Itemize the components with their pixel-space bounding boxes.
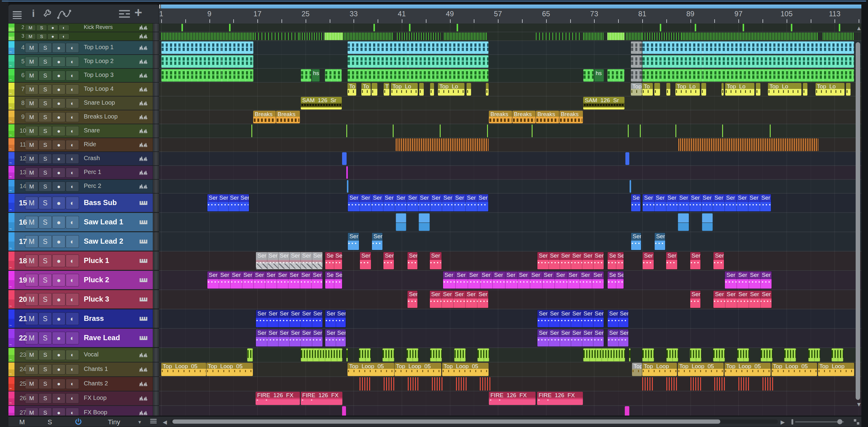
clip-midi[interactable]: Ser (690, 252, 701, 270)
clip-kick[interactable] (681, 33, 818, 40)
track-monitor-button[interactable]: ◐ (66, 70, 79, 81)
track-mute-button[interactable]: M (25, 379, 38, 389)
clip-yellow[interactable]: Top_Lo (438, 83, 465, 96)
clip-snaretick[interactable] (532, 125, 534, 137)
zoom-slider[interactable] (795, 421, 844, 423)
clip-ride[interactable] (396, 139, 489, 151)
clip-chant1[interactable]: Top_Loop_05_ (161, 363, 206, 376)
clip-chant2[interactable] (714, 377, 726, 391)
clip-midi[interactable]: SerSerSerSerSerSer (255, 310, 322, 328)
clip-tick[interactable] (229, 24, 230, 31)
track-mute-button[interactable]: M (25, 43, 38, 53)
track-mute-button[interactable]: M (25, 216, 38, 228)
scroll-up-arrow[interactable]: ▲ (856, 25, 862, 32)
list-icon[interactable] (150, 418, 157, 424)
track-solo-button[interactable]: S (38, 43, 52, 53)
clip-snaretick[interactable] (251, 125, 253, 137)
clip-kick[interactable] (626, 33, 642, 40)
track-record-button[interactable]: ● (52, 43, 65, 53)
clip-tick[interactable] (791, 24, 792, 31)
clip-sam[interactable]: SAM_126_Sr (583, 97, 624, 110)
clip-midi[interactable]: Ser (360, 252, 371, 270)
clip-crash[interactable] (625, 152, 629, 165)
clip-midi[interactable]: Ser (690, 291, 701, 308)
track-mute-button[interactable]: M (25, 254, 38, 267)
clip-yellow[interactable] (467, 83, 471, 96)
track-solo-button[interactable]: S (38, 167, 52, 178)
clip-kick[interactable] (607, 33, 624, 40)
track-solo-button[interactable]: S (38, 408, 52, 416)
clip-vocal[interactable] (808, 348, 820, 362)
clip-kick[interactable] (161, 33, 254, 40)
track-mute-button[interactable]: M (25, 196, 38, 209)
clip-chant1[interactable]: Top (632, 363, 642, 376)
clip-chant1[interactable]: Top_Loop_05_ (724, 363, 771, 376)
track-mute-button[interactable]: M (25, 293, 38, 306)
track-mute-button[interactable]: M (25, 182, 38, 191)
clip-thin14[interactable] (629, 180, 631, 193)
track-mute-button[interactable]: M (25, 350, 38, 360)
clip-midi[interactable]: SerSerSerSerSerSerSerSerSerSerSerSer (347, 194, 489, 212)
clip-tick[interactable] (743, 24, 744, 31)
track-monitor-button[interactable]: ◐ (66, 154, 79, 164)
track-header-perc-1[interactable]: ~13MS●◐Perc 1 (8, 166, 159, 179)
hscroll-right-arrow[interactable]: ▶ (781, 419, 785, 426)
track-monitor-button[interactable]: ◐ (59, 33, 69, 39)
clip-tick[interactable] (660, 24, 661, 31)
track-record-button[interactable]: ● (52, 293, 65, 306)
clip-chant2[interactable] (690, 377, 702, 391)
clip-yellow[interactable]: Top_Lo (725, 83, 754, 96)
clip-yellow[interactable] (486, 83, 489, 96)
clip-midi[interactable]: SerSerSerSerSerSerSerSerSerSer (207, 271, 323, 289)
clip-chant2[interactable] (456, 377, 468, 391)
global-solo-button[interactable]: S (48, 418, 52, 426)
track-monitor-button[interactable]: ◐ (66, 182, 79, 191)
clip-snaretick[interactable] (675, 125, 678, 137)
clip-kick[interactable] (324, 33, 343, 40)
clip-vocal[interactable] (761, 348, 772, 362)
clip-yellow[interactable] (803, 83, 807, 96)
track-record-button[interactable]: ● (52, 154, 65, 164)
menu-icon[interactable] (13, 10, 22, 20)
clip-vocal[interactable] (690, 348, 702, 362)
clip-midi[interactable]: SerSerSerSerSerSer (255, 252, 322, 270)
zoom-out-handle[interactable] (792, 419, 793, 425)
clip-loop3[interactable] (642, 69, 854, 82)
track-header-snare[interactable]: ~10MS●◐Snare (8, 124, 159, 138)
clip-midi[interactable]: Ser (654, 233, 665, 250)
track-mute-button[interactable]: M (25, 57, 38, 67)
track-record-button[interactable]: ● (47, 25, 58, 31)
track-monitor-button[interactable]: ◐ (66, 98, 79, 108)
clip-midi[interactable]: SerSerSerSerSerSer (537, 310, 604, 328)
track-monitor-button[interactable]: ◐ (66, 112, 79, 122)
track-solo-button[interactable]: S (38, 254, 52, 267)
track-header-vocal[interactable]: ~23MS●◐Vocal (8, 348, 159, 362)
track-record-button[interactable]: ● (52, 126, 65, 136)
track-header-chants-2[interactable]: ~25MS●◐Chants 2 (8, 377, 159, 391)
clip-midi[interactable]: SerSer (325, 310, 346, 328)
clip-chant2[interactable] (384, 377, 396, 391)
clip-yellow[interactable]: Top_Lo (768, 83, 801, 96)
clip-snaretick[interactable] (770, 125, 772, 137)
clip-vocal[interactable] (642, 348, 654, 362)
clip-chant1[interactable]: Top_Loop_05_ (772, 363, 817, 376)
clip-vocal[interactable] (713, 348, 725, 362)
clip-loop1[interactable] (347, 41, 489, 54)
clip-vocal[interactable] (454, 348, 466, 362)
track-header-fx-loop[interactable]: ~26MS●◐FX Loop (8, 391, 159, 405)
clip-midi[interactable]: Ser (347, 233, 359, 250)
clip-midi[interactable]: SerSer (325, 252, 343, 270)
track-header-pluck-2[interactable]: ~19MS●◐Pluck 2 (8, 271, 159, 289)
clip-midi[interactable]: SerSer (325, 271, 343, 289)
clip-breaks[interactable]: Breaks (489, 111, 512, 123)
track-record-button[interactable]: ● (52, 408, 65, 416)
clip-boop[interactable] (342, 406, 346, 416)
clip-fire[interactable]: FIRE_126_FX (301, 392, 343, 405)
clip-loop3[interactable] (161, 69, 253, 82)
track-solo-button[interactable]: S (38, 98, 52, 108)
track-monitor-button[interactable]: ◐ (66, 140, 79, 150)
track-record-button[interactable]: ● (52, 182, 65, 191)
track-monitor-button[interactable]: ◐ (66, 167, 79, 178)
track-record-button[interactable]: ● (52, 216, 65, 228)
automation-icon[interactable] (57, 8, 71, 21)
